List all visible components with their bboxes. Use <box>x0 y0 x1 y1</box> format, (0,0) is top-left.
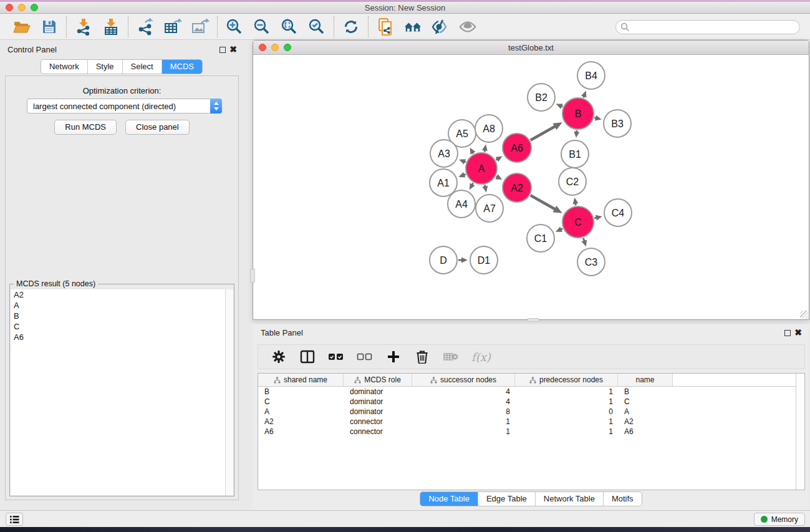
delete-table-icon[interactable] <box>443 349 459 365</box>
table-cell[interactable]: A2 <box>618 417 673 426</box>
table-cell[interactable]: C <box>258 397 344 406</box>
open-session-icon[interactable] <box>12 17 31 36</box>
settings-gear-icon[interactable] <box>271 349 287 365</box>
zoom-out-icon[interactable] <box>253 17 271 36</box>
zoom-in-icon[interactable] <box>225 17 244 36</box>
table-cell[interactable]: connector <box>344 417 412 426</box>
hide-details-icon[interactable] <box>431 17 450 36</box>
dropdown-stepper-icon[interactable] <box>210 99 222 114</box>
optimization-criterion-label: Optimization criterion: <box>6 86 238 95</box>
table-cell[interactable]: dominator <box>344 397 412 406</box>
save-session-icon[interactable] <box>40 17 59 36</box>
network-canvas[interactable]: B4B2BB3A5A8A6A3B1AA1C2A2A4A7C4CC1C3DD1 <box>253 55 809 319</box>
table-row[interactable]: Adominator80A <box>258 407 804 417</box>
export-network-icon[interactable] <box>136 17 155 36</box>
table-cell[interactable]: 4 <box>412 397 515 406</box>
zoom-selected-icon[interactable] <box>307 17 326 36</box>
mcds-result-item[interactable]: A6 <box>11 332 226 342</box>
column-header-label: name <box>635 375 654 384</box>
table-row[interactable]: A2connector11A2 <box>258 417 804 427</box>
graph-node-label: B1 <box>569 149 581 160</box>
column-header-shared-name[interactable]: shared name <box>258 374 344 386</box>
table-cell[interactable]: A6 <box>618 427 673 436</box>
mcds-result-item[interactable]: A2 <box>11 289 226 300</box>
show-columns-icon[interactable] <box>299 349 316 365</box>
table-cell[interactable]: A <box>618 407 673 416</box>
column-header-successor-nodes[interactable]: successor nodes <box>412 374 515 386</box>
select-all-checkboxes-icon[interactable] <box>328 349 344 365</box>
table-cell[interactable]: 1 <box>515 387 618 396</box>
export-table-icon[interactable] <box>163 17 182 36</box>
tab-select[interactable]: Select <box>123 60 162 74</box>
float-panel-icon[interactable] <box>784 330 791 336</box>
graph-edge-A6-B[interactable] <box>531 126 556 140</box>
splitter-grip[interactable] <box>528 318 539 322</box>
search-input[interactable] <box>615 20 800 34</box>
home-icon[interactable] <box>403 17 422 36</box>
tab-motifs[interactable]: Motifs <box>604 492 642 506</box>
table-cell[interactable]: A6 <box>258 427 344 436</box>
window-resize-grip[interactable] <box>800 311 808 319</box>
table-cell[interactable]: A2 <box>258 417 344 426</box>
mcds-result-item[interactable]: A <box>11 300 226 311</box>
table-cell[interactable]: 4 <box>412 387 515 396</box>
column-header-predecessor-nodes[interactable]: predecessor nodes <box>515 374 618 386</box>
tab-edge-table[interactable]: Edge Table <box>478 492 536 506</box>
column-header-name[interactable]: name <box>618 374 673 386</box>
memory-button[interactable]: Memory <box>754 513 805 526</box>
add-column-icon[interactable] <box>385 349 402 365</box>
tab-style[interactable]: Style <box>88 60 123 74</box>
splitter-grip[interactable] <box>250 269 255 283</box>
node-table: shared nameMCDS rolesuccessor nodesprede… <box>258 373 805 490</box>
tab-node-table[interactable]: Node Table <box>420 492 478 506</box>
close-panel-icon[interactable]: ✖ <box>794 327 802 338</box>
column-header-mcds-role[interactable]: MCDS role <box>344 374 412 386</box>
run-mcds-button[interactable]: Run MCDS <box>54 120 117 135</box>
table-row[interactable]: Bdominator41B <box>258 387 804 397</box>
function-builder-icon[interactable]: f(x) <box>471 351 491 364</box>
task-history-button[interactable] <box>6 513 23 526</box>
network-file-icon[interactable] <box>376 17 395 36</box>
table-row[interactable]: A6connector11A6 <box>258 427 804 437</box>
mcds-result-item[interactable]: C <box>11 321 226 332</box>
result-list-scrollbar[interactable] <box>225 289 233 495</box>
show-details-icon[interactable] <box>458 17 477 36</box>
tab-network-table[interactable]: Network Table <box>536 492 604 506</box>
import-table-icon[interactable] <box>102 17 120 36</box>
table-cell[interactable]: 1 <box>515 417 618 426</box>
table-cell[interactable]: 1 <box>412 427 515 436</box>
table-cell[interactable]: A <box>258 407 344 416</box>
table-scrollbar[interactable] <box>796 374 804 490</box>
table-cell[interactable]: B <box>618 387 673 396</box>
float-panel-icon[interactable] <box>219 47 226 53</box>
delete-columns-icon[interactable] <box>414 349 430 365</box>
table-cell[interactable]: 8 <box>412 407 515 416</box>
close-panel-button[interactable]: Close panel <box>125 120 190 135</box>
refresh-layout-icon[interactable] <box>342 17 360 36</box>
network-window-title: testGlobe.txt <box>253 43 809 52</box>
tab-mcds[interactable]: MCDS <box>162 60 202 74</box>
table-cell[interactable]: 1 <box>515 427 618 436</box>
table-cell[interactable]: dominator <box>344 407 412 416</box>
close-panel-icon[interactable]: ✖ <box>229 44 237 55</box>
column-header-label: predecessor nodes <box>539 375 603 384</box>
optimization-criterion-dropdown[interactable]: largest connected component (directed) <box>27 99 222 114</box>
graph-edge-A2-C[interactable] <box>531 195 556 210</box>
table-cell[interactable]: 1 <box>515 397 618 406</box>
table-cell[interactable]: connector <box>344 427 412 436</box>
deselect-all-checkboxes-icon[interactable] <box>357 349 373 365</box>
tab-network[interactable]: Network <box>41 60 88 74</box>
import-network-icon[interactable] <box>74 17 93 36</box>
window-title: Session: New Session <box>0 3 810 12</box>
mcds-result-item[interactable]: B <box>11 311 226 321</box>
mcds-result-list[interactable]: A2ABCA6 <box>11 289 226 495</box>
table-cell[interactable]: 1 <box>412 417 515 426</box>
table-cell[interactable]: 0 <box>515 407 618 416</box>
zoom-fit-icon[interactable] <box>280 17 299 36</box>
table-cell[interactable]: C <box>618 397 673 406</box>
export-image-icon[interactable] <box>191 17 210 36</box>
table-row[interactable]: Cdominator41C <box>258 397 804 407</box>
column-attribute-icon <box>274 377 281 384</box>
table-cell[interactable]: B <box>258 387 344 396</box>
table-cell[interactable]: dominator <box>344 387 412 396</box>
